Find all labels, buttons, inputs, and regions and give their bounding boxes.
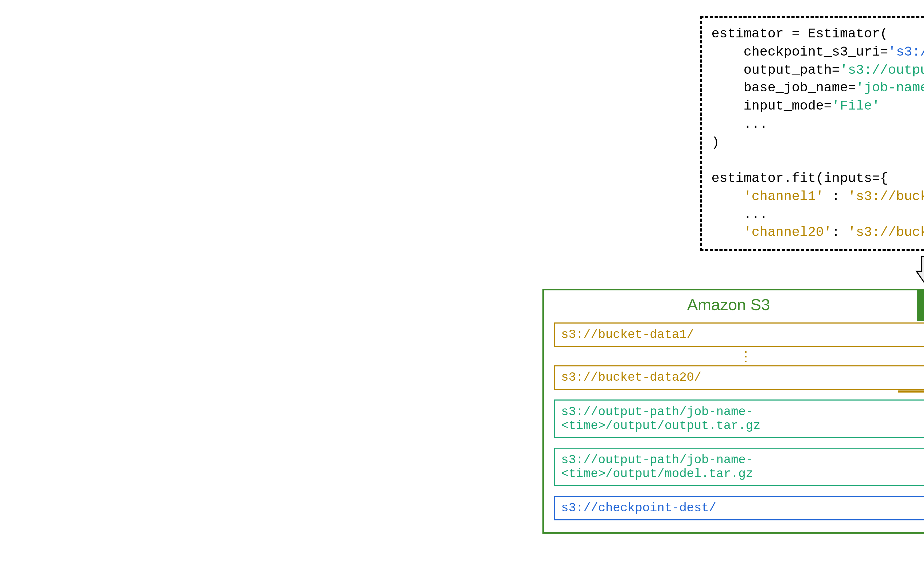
arrow-down-icon [914,255,924,285]
code-line: base_job_name= [712,80,856,96]
code-string: 'channel20' [744,225,832,240]
panels-row: read read write write [524,289,924,534]
vertical-ellipsis: ⋮ [554,353,924,359]
code-string: 'channel1' [744,189,824,204]
amazon-s3-panel: Amazon S3 s3://bucket-data1/ ⋮ s3://buck… [542,289,924,534]
code-punct: : [824,189,848,204]
code-punct: : [832,225,848,240]
code-line: estimator = Estimator( [712,26,888,42]
path-text: s3://checkpoint-dest/ [561,501,716,515]
estimator-code-block: estimator = Estimator( checkpoint_s3_uri… [700,16,924,251]
s3-path-model: s3://output-path/job-name-<time>/output/… [554,448,924,486]
code-line: checkpoint_s3_uri= [712,44,888,60]
code-line: ... [712,207,768,222]
s3-bucket-icon [917,289,924,321]
path-text: s3://output-path/job-name-<time>/output/… [561,453,753,481]
code-indent [712,189,744,204]
code-line: output_path= [712,62,840,78]
path-text: s3://bucket-data1/ [561,328,694,342]
code-string: 's3://bucket-data1/' [848,189,924,204]
code-line: ... [712,117,768,132]
code-line: ) [712,134,720,150]
path-text: s3://output-path/job-name-<time>/output/… [561,405,760,432]
code-indent [712,225,744,240]
code-string: 'job-name' [856,80,924,96]
code-string: 'File' [832,98,880,114]
s3-path-channel20: s3://bucket-data20/ [554,365,924,390]
code-line: estimator.fit(inputs={ [712,171,888,186]
s3-path-checkpoint: s3://checkpoint-dest/ [554,496,924,520]
s3-path-output: s3://output-path/job-name-<time>/output/… [554,399,924,438]
path-text: s3://bucket-data20/ [561,370,701,384]
code-string: 's3://bucket-data20/' [848,225,924,240]
s3-panel-title: Amazon S3 [544,296,913,314]
code-string: 's3://output-path/' [840,62,924,78]
s3-path-channel1: s3://bucket-data1/ [554,322,924,347]
code-line: input_mode= [712,98,832,114]
code-string: 's3://checkpoint-dest/' [888,44,924,60]
